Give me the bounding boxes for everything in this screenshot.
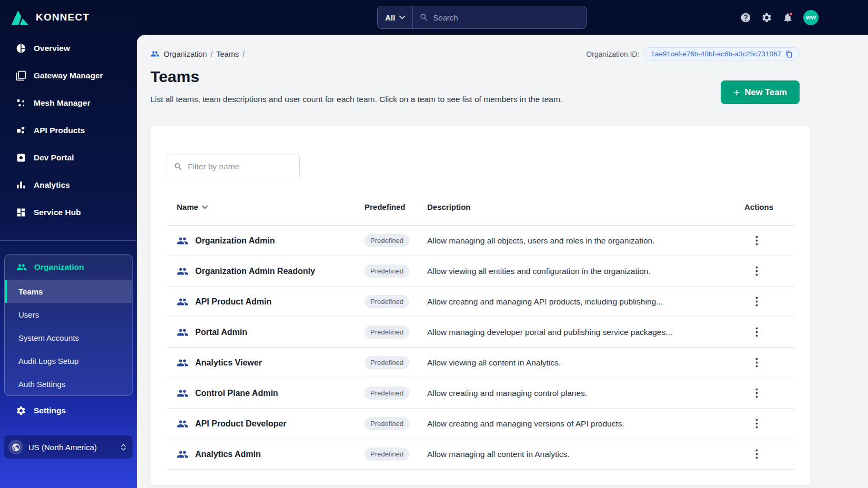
team-description: Allow viewing all entities and configura… (427, 267, 731, 276)
team-name: Control Plane Admin (195, 389, 278, 398)
region-label: US (North America) (28, 443, 115, 452)
sidebar-subitem-auth-settings[interactable]: Auth Settings (5, 372, 132, 395)
region-selector[interactable]: US (North America) (4, 435, 133, 459)
team-people-icon (177, 266, 188, 277)
team-name: Organization Admin Readonly (195, 267, 315, 276)
filter-input[interactable] (188, 162, 293, 171)
predefined-badge: Predefined (365, 356, 409, 369)
notifications-bell-icon[interactable] (782, 12, 793, 23)
sidebar-item-organization[interactable]: Organization (5, 255, 132, 280)
breadcrumb-separator: / (210, 50, 213, 58)
new-team-button[interactable]: + New Team (721, 80, 800, 104)
team-name: Organization Admin (195, 236, 275, 246)
organization-people-icon (16, 262, 27, 272)
gear-icon[interactable] (761, 12, 772, 23)
table-row[interactable]: Portal Admin Predefined Allow managing d… (167, 317, 794, 348)
kebab-menu-icon[interactable] (755, 449, 758, 459)
column-header-description: Description (427, 202, 731, 211)
sidebar-subitem-system-accounts[interactable]: System Accounts (5, 326, 132, 349)
filter-input-wrapper[interactable] (167, 155, 300, 178)
search-scope-dropdown[interactable]: All (378, 6, 413, 28)
table-row[interactable]: Control Plane Admin Predefined Allow cre… (167, 378, 794, 409)
settings-gear-icon (16, 405, 26, 416)
gateway-manager-icon (16, 70, 26, 81)
global-search[interactable]: All (377, 6, 587, 29)
predefined-badge: Predefined (365, 387, 409, 400)
team-name: API Product Developer (195, 419, 286, 429)
team-name-cell: Organization Admin Readonly (167, 266, 365, 277)
table-row[interactable]: Organization Admin Readonly Predefined A… (167, 256, 794, 287)
predefined-cell: Predefined (365, 234, 427, 247)
kebab-menu-icon[interactable] (755, 236, 758, 246)
sidebar-subitem-audit-logs-setup[interactable]: Audit Logs Setup (5, 349, 132, 372)
sidebar-item-service-hub[interactable]: Service Hub (0, 199, 137, 226)
team-name: Analytics Admin (195, 450, 261, 459)
team-name-cell: Analytics Viewer (167, 357, 365, 369)
table-row[interactable]: API Product Developer Predefined Allow c… (167, 409, 794, 439)
mesh-manager-icon (16, 98, 26, 108)
sort-chevron-down-icon (202, 205, 208, 209)
column-header-actions: Actions (731, 202, 794, 211)
team-name: API Product Admin (195, 297, 271, 307)
sidebar-item-gateway-manager[interactable]: Gateway Manager (0, 62, 137, 89)
team-people-icon (177, 235, 188, 247)
sidebar-item-dev-portal[interactable]: Dev Portal (0, 144, 137, 171)
column-header-predefined: Predefined (365, 202, 427, 211)
kebab-menu-icon[interactable] (755, 358, 758, 368)
breadcrumb-organization[interactable]: Organization (164, 50, 207, 58)
table-row[interactable]: Organization Admin Predefined Allow mana… (167, 226, 794, 256)
user-avatar[interactable]: ww (803, 10, 819, 25)
kebab-menu-icon[interactable] (755, 266, 758, 276)
org-id-pill[interactable]: 1ae91cef-e76b-40bf-ac6b-a3c25c731067 (644, 47, 800, 60)
organization-section: Organization Teams Users System Accounts… (4, 254, 133, 396)
sidebar-subitem-teams[interactable]: Teams (5, 280, 132, 303)
kebab-menu-icon[interactable] (755, 388, 758, 398)
content-area: Organization / Teams / Organization ID: … (137, 35, 868, 488)
team-name-cell: Organization Admin (167, 235, 365, 247)
actions-cell (731, 266, 794, 276)
team-people-icon (177, 327, 188, 338)
actions-cell (731, 419, 794, 429)
organization-subnav: Teams Users System Accounts Audit Logs S… (5, 280, 132, 395)
notification-dot (789, 12, 793, 16)
sidebar-divider (0, 240, 137, 241)
team-name-cell: Analytics Admin (167, 449, 365, 460)
predefined-cell: Predefined (365, 295, 427, 308)
content-header: Organization / Teams / Organization ID: … (150, 47, 810, 104)
sidebar-nav: Overview Gateway Manager Mesh Manager AP… (0, 35, 137, 226)
kebab-menu-icon[interactable] (755, 297, 758, 307)
column-header-name[interactable]: Name (167, 202, 365, 211)
teams-table: Name Predefined Description Actions Orga… (167, 202, 794, 470)
team-description: Allow viewing all content in Analytics. (427, 358, 731, 368)
sidebar-item-overview[interactable]: Overview (0, 35, 137, 62)
sidebar-subitem-users[interactable]: Users (5, 303, 132, 326)
table-row[interactable]: Analytics Admin Predefined Allow managin… (167, 439, 794, 470)
table-row[interactable]: Analytics Viewer Predefined Allow viewin… (167, 348, 794, 378)
team-description: Allow managing developer portal and publ… (427, 328, 731, 337)
help-icon[interactable] (740, 12, 751, 23)
overview-icon (16, 43, 26, 54)
breadcrumb-separator: / (243, 50, 245, 58)
topbar: All ww (137, 0, 868, 35)
team-people-icon (177, 388, 188, 399)
breadcrumb-teams[interactable]: Teams (216, 50, 239, 58)
sidebar-item-analytics[interactable]: Analytics (0, 171, 137, 199)
search-input[interactable] (433, 13, 586, 22)
team-description: Allow creating and managing control plan… (427, 389, 731, 398)
kebab-menu-icon[interactable] (755, 419, 758, 429)
konnect-logo[interactable]: KONNECT (0, 0, 137, 35)
page-backdrop: Organization / Teams / Organization ID: … (137, 35, 868, 488)
predefined-badge: Predefined (365, 295, 409, 308)
sidebar-item-settings[interactable]: Settings (0, 397, 137, 424)
copy-icon[interactable] (785, 50, 793, 58)
predefined-badge: Predefined (365, 448, 409, 461)
team-description: Allow managing all content in Analytics. (427, 450, 731, 459)
kebab-menu-icon[interactable] (755, 327, 758, 337)
predefined-cell: Predefined (365, 326, 427, 339)
sidebar-item-mesh-manager[interactable]: Mesh Manager (0, 89, 137, 117)
predefined-cell: Predefined (365, 387, 427, 400)
search-icon (419, 13, 429, 22)
table-row[interactable]: API Product Admin Predefined Allow creat… (167, 287, 794, 317)
analytics-icon (16, 180, 26, 190)
sidebar-item-api-products[interactable]: API Products (0, 117, 137, 144)
